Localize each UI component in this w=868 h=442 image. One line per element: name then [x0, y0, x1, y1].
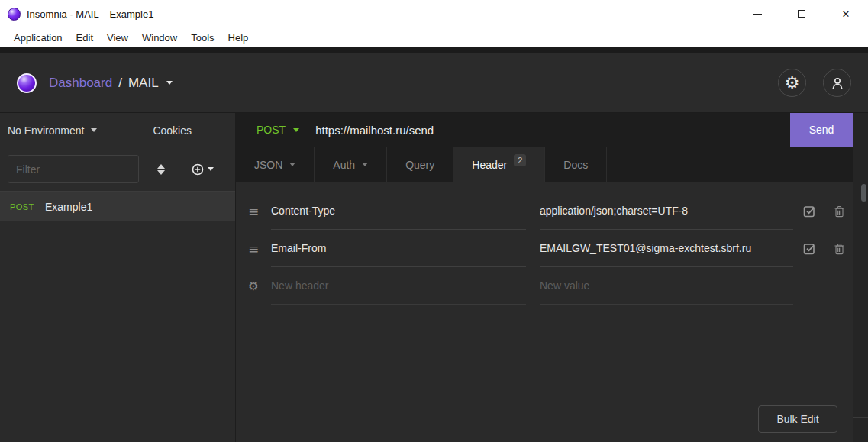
menu-edit[interactable]: Edit [69, 32, 100, 44]
checkbox-checked-icon [803, 205, 817, 218]
sort-down-icon [157, 170, 165, 175]
request-name: Example1 [45, 201, 92, 213]
delete-header-button[interactable] [827, 192, 852, 230]
app-topbar: Dashboard / MAIL ⚙ [0, 53, 868, 112]
menu-application[interactable]: Application [7, 32, 69, 44]
topbar-actions: ⚙ [778, 69, 851, 97]
drag-handle-icon[interactable]: ≡ [236, 192, 271, 230]
environment-selector[interactable]: No Environment [8, 124, 84, 137]
sidebar-empty-space [0, 221, 235, 442]
tab-body-json[interactable]: JSON [236, 147, 315, 182]
drag-handle-icon[interactable]: ≡ [236, 230, 271, 267]
trash-icon [834, 205, 845, 218]
minimize-icon [753, 14, 762, 15]
response-pane-collapsed [853, 113, 868, 442]
header-value-field[interactable]: EMAILGW_TEST01@sigma-exchtest.sbrf.ru [540, 230, 793, 267]
new-header-value-input[interactable]: New value [540, 267, 793, 305]
plus-circle-icon [192, 163, 204, 176]
header-count-badge: 2 [514, 154, 526, 166]
method-dropdown-icon [293, 128, 299, 132]
headers-editor: ≡ Content-Type application/json;charset=… [236, 182, 853, 442]
breadcrumb-dashboard-link[interactable]: Dashboard [49, 76, 112, 91]
request-list-item[interactable]: POST Example1 [0, 192, 235, 221]
tab-label: Header [472, 159, 507, 171]
new-header-row: ⚙ New header New value [236, 267, 853, 305]
body-dropdown-icon [289, 163, 295, 166]
header-enabled-checkbox[interactable] [793, 230, 827, 267]
header-enabled-checkbox[interactable] [793, 192, 827, 230]
menu-tools[interactable]: Tools [184, 32, 221, 44]
close-button[interactable]: ✕ [824, 0, 868, 27]
titlebar: Insomnia - MAIL – Example1 ✕ [0, 0, 868, 27]
tab-docs[interactable]: Docs [545, 147, 607, 182]
new-header-name-input[interactable]: New header [271, 267, 526, 305]
tab-label: Query [405, 159, 434, 171]
window-controls: ✕ [735, 0, 868, 27]
add-request-dropdown-icon [208, 167, 214, 171]
request-tab-bar: JSON Auth Query Header 2 Docs [236, 147, 853, 182]
gear-icon: ⚙ [785, 75, 800, 92]
titlebar-app-divider [0, 47, 868, 53]
insomnia-app-icon [8, 8, 21, 21]
tab-query[interactable]: Query [387, 147, 453, 182]
method-selector[interactable]: POST [257, 124, 299, 136]
row-options-button[interactable]: ⚙ [236, 267, 271, 305]
menu-help[interactable]: Help [221, 32, 256, 44]
send-button[interactable]: Send [790, 113, 853, 147]
breadcrumb: Dashboard / MAIL [49, 76, 173, 91]
auth-dropdown-icon [362, 163, 368, 166]
breadcrumb-workspace[interactable]: MAIL [128, 76, 159, 91]
settings-button[interactable]: ⚙ [778, 69, 806, 97]
sidebar: No Environment Cookies POST Example1 [0, 113, 236, 442]
request-pane: POST https://mailhost.ru/send Send JSON … [236, 113, 853, 442]
header-value-field[interactable]: application/json;charset=UTF-8 [540, 192, 793, 230]
sort-icon[interactable] [157, 164, 165, 175]
menu-window[interactable]: Window [135, 32, 184, 44]
window-title: Insomnia - MAIL – Example1 [27, 8, 153, 20]
add-request-button[interactable] [192, 163, 214, 176]
main-area: No Environment Cookies POST Example1 [0, 112, 868, 442]
tab-header[interactable]: Header 2 [453, 147, 545, 182]
trash-icon [834, 243, 845, 255]
minimize-button[interactable] [735, 0, 779, 27]
menubar: Application Edit View Window Tools Help [0, 27, 868, 47]
header-row: ≡ Email-From EMAILGW_TEST01@sigma-exchte… [236, 230, 853, 267]
tab-label: JSON [254, 159, 282, 171]
tab-auth[interactable]: Auth [315, 147, 387, 182]
maximize-button[interactable] [779, 0, 824, 27]
header-rows: ≡ Content-Type application/json;charset=… [236, 182, 853, 305]
header-row: ≡ Content-Type application/json;charset=… [236, 192, 853, 230]
insomnia-logo-icon[interactable] [17, 73, 37, 93]
strip-divider [853, 417, 868, 418]
workspace-dropdown-icon[interactable] [166, 81, 173, 85]
tab-label: Auth [333, 159, 355, 171]
close-icon: ✕ [842, 8, 850, 20]
filter-row [0, 147, 235, 191]
header-name-field[interactable]: Email-From [271, 230, 526, 267]
method-label: POST [257, 124, 286, 136]
request-method-badge: POST [10, 202, 35, 211]
url-bar: POST https://mailhost.ru/send Send [236, 113, 853, 147]
scrollbar-thumb[interactable] [861, 184, 866, 202]
menu-view[interactable]: View [100, 32, 135, 44]
sort-up-icon [157, 164, 165, 169]
account-button[interactable] [823, 69, 851, 97]
bulk-edit-button[interactable]: Bulk Edit [758, 405, 837, 433]
breadcrumb-separator: / [118, 76, 122, 91]
checkbox-checked-icon [803, 242, 817, 255]
delete-header-button[interactable] [827, 230, 852, 267]
environment-row: No Environment Cookies [0, 113, 235, 147]
filter-input[interactable] [8, 155, 139, 183]
url-input[interactable]: https://mailhost.ru/send [315, 124, 434, 137]
user-icon [829, 75, 846, 92]
tab-bar-filler [607, 147, 853, 182]
cookies-link[interactable]: Cookies [153, 124, 192, 137]
gear-icon: ⚙ [248, 279, 258, 293]
maximize-icon [798, 10, 805, 18]
tab-label: Docs [563, 159, 588, 171]
header-name-field[interactable]: Content-Type [271, 192, 526, 230]
environment-dropdown-icon[interactable] [91, 128, 97, 132]
